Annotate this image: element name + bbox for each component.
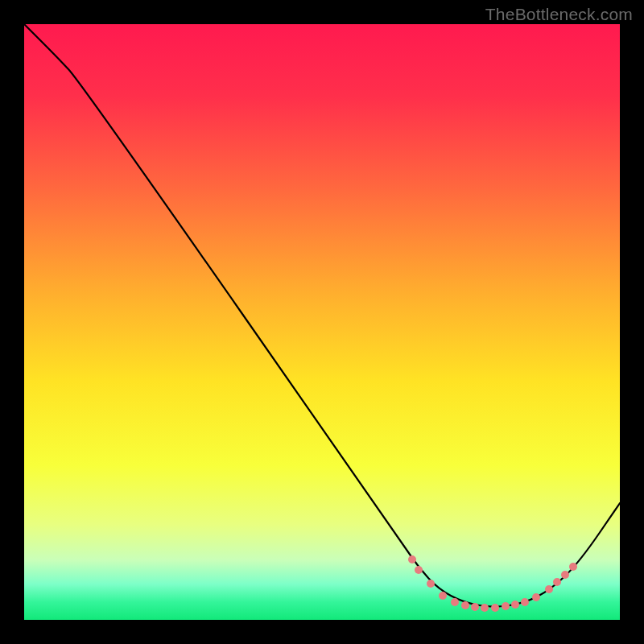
- marker-layer: [24, 24, 620, 620]
- marker-dot: [502, 602, 510, 610]
- marker-dot: [491, 604, 499, 612]
- marker-dot: [561, 571, 569, 579]
- marker-dot: [553, 578, 561, 586]
- marker-dot: [408, 555, 416, 564]
- marker-dot: [427, 580, 435, 588]
- marker-dot: [545, 585, 553, 593]
- marker-dot: [511, 601, 519, 609]
- marker-dot: [439, 592, 447, 600]
- marker-dot: [451, 598, 459, 606]
- marker-dot: [481, 604, 489, 612]
- marker-dot: [461, 601, 469, 609]
- watermark-text: TheBottleneck.com: [485, 5, 633, 24]
- marker-dot: [569, 563, 577, 571]
- marker-dot: [471, 603, 479, 611]
- marker-dot: [521, 598, 529, 606]
- chart-stage: TheBottleneck.com: [0, 0, 644, 644]
- marker-dot: [532, 593, 540, 601]
- marker-dot: [415, 566, 423, 574]
- plot-area: [24, 24, 620, 620]
